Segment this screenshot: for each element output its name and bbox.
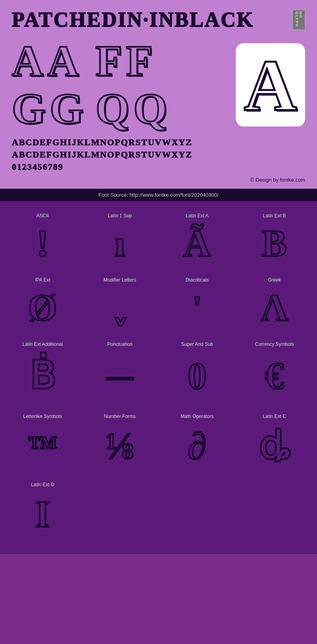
glyph-cell-latinextb: Latin Ext B B [236, 209, 313, 273]
glyph-label-latinextadd: Latin Ext Additional [22, 341, 63, 347]
glyph-cell-numberforms: Number Forms ⅛ [81, 410, 158, 478]
font-title: PATCHEDIN·INBLACK [12, 8, 254, 31]
glyph-char-mathoperators: ∂ [188, 422, 206, 470]
glyph-cell-currency: Currency Symbols € [236, 337, 313, 410]
top-section: PATCHEDIN·INBLACK NO GLYPH A A G G F F Q… [0, 0, 317, 189]
glyph-char-letterlike: ™ [28, 422, 57, 470]
glyph-cell-diacriticals: Diacriticals ' [158, 273, 236, 337]
glyph-cell-latinextadd: Latin Ext Additional Ḃ [4, 337, 81, 410]
large-char-a2: A [47, 39, 78, 83]
numbers-row: 0123456789 [12, 161, 305, 173]
white-a-container: A [236, 43, 305, 126]
glyph-label-ascii: ASCII [36, 213, 49, 218]
large-char-q2: Q [134, 87, 168, 130]
glyph-char-modifier: ˬ [113, 286, 128, 330]
glyph-label-currency: Currency Symbols [255, 341, 294, 347]
glyph-char-latinextadd: Ḃ [30, 350, 55, 402]
glyph-label-latinextb: Latin Ext B [263, 213, 286, 218]
glyph-label-letterlike: Letterlike Symbols [23, 414, 62, 419]
glyph-cell-ascii: ASCII ! [4, 209, 81, 273]
glyph-label-diacriticals: Diacriticals [185, 277, 208, 283]
glyph-label-numberforms: Number Forms [104, 414, 136, 419]
glyph-cell-latinexta: Latin Ext A Ã [158, 209, 236, 273]
glyph-char-latinextc: ȡ [259, 422, 290, 470]
font-source-bar: Font Source: http://www.fontke.com/font/… [0, 189, 317, 201]
glyph-cell-ipaext: IPA Ext Ø [4, 273, 81, 337]
glyph-label-greek: Greek [268, 277, 281, 283]
glyph-char-punctuation: — [107, 350, 133, 402]
glyph-cell-mathoperators: Math Operators ∂ [158, 410, 236, 478]
alphabet-lower: ABCDEFGHIJKLMNOPQRSTUVWXYZ [12, 149, 305, 161]
glyph-char-ascii: ! [36, 222, 49, 265]
bottom-section: Font Source: http://www.fontke.com/font/… [0, 189, 317, 554]
glyph-label-superandsub: Super And Sub [181, 341, 213, 347]
white-a-char: A [244, 48, 297, 122]
alphabet-upper: ABCDEFGHIJKLMNOPQRSTUVWXYZ [12, 136, 305, 149]
glyph-char-ipaext: Ø [28, 286, 57, 330]
glyph-char-numberforms: ⅛ [106, 422, 134, 470]
copyright: © Design by fontke.com [12, 175, 305, 185]
glyph-cell-latinextd: Latin Ext D I [4, 478, 81, 546]
glyph-label-punctuation: Punctuation [107, 341, 132, 347]
glyphs-grid: ASCII ! Latin 1 Sup ı Latin Ext A Ã Lati… [0, 201, 317, 554]
glyph-label-modifier: Modifier Letters [103, 277, 136, 283]
glyph-char-latinextd: I [35, 491, 50, 538]
glyph-char-latin1sup: ı [115, 222, 125, 265]
glyph-char-latinexta: Ã [183, 222, 211, 265]
glyph-label-latinexta: Latin Ext A [186, 213, 208, 218]
glyph-cell-latinextc: Latin Ext C ȡ [236, 410, 313, 478]
title-text: PATCHEDIN·INBLACK [12, 8, 254, 31]
glyph-cell-letterlike: Letterlike Symbols ™ [4, 410, 81, 478]
glyph-cell-modifier: Modifier Letters ˬ [81, 273, 158, 337]
alphabet-section: ABCDEFGHIJKLMNOPQRSTUVWXYZ ABCDEFGHIJKLM… [12, 136, 305, 173]
no-glyph-badge: NO GLYPH [292, 10, 305, 30]
large-char-f1: F [95, 39, 122, 83]
large-char-g1: G [12, 87, 46, 130]
glyph-label-ipaext: IPA Ext [35, 277, 50, 283]
glyph-char-currency: € [265, 350, 284, 402]
glyph-cell-punctuation: Punctuation — [81, 337, 158, 410]
glyph-label-latinextd: Latin Ext D [31, 482, 54, 487]
glyph-label-mathoperators: Math Operators [181, 414, 214, 419]
large-char-g2: G [50, 87, 84, 130]
glyph-label-latinextc: Latin Ext C [263, 414, 286, 419]
glyph-cell-greek: Greek Λ [236, 273, 313, 337]
glyph-char-latinextb: B [262, 222, 287, 265]
glyph-cell-latin1sup: Latin 1 Sup ı [81, 209, 158, 273]
glyph-char-superandsub: 0 [188, 350, 207, 402]
glyph-char-greek: Λ [261, 286, 288, 330]
glyph-char-diacriticals: ' [193, 286, 202, 330]
glyph-label-latin1sup: Latin 1 Sup [108, 213, 132, 218]
glyph-cell-superandsub: Super And Sub 0 [158, 337, 236, 410]
large-char-f2: F [126, 39, 153, 83]
large-char-a1: A [12, 39, 43, 83]
large-char-q1: Q [95, 87, 130, 130]
